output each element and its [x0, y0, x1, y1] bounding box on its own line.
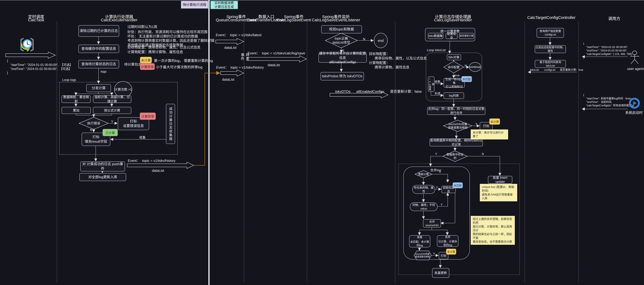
status-tag-unmatched-2: 未匹配	[452, 182, 463, 188]
branch-label-y-listener: Y	[342, 49, 344, 53]
decision-same-attr-diff-value-label: 同物、属性；不同value	[410, 203, 437, 210]
step-push-success-logs: 对 计算成功的日志 push事件	[80, 161, 125, 171]
param-recalc-flag: 是否重新计算	[459, 33, 474, 39]
step-batch-update: 批量更新	[432, 268, 449, 278]
note-config-types-listener: 目标物配置： 携带目标物、属性，以及公式信息 计算物配置： 携带计算物、属性信息	[369, 52, 427, 70]
event-history-datalist-label: dataList	[222, 78, 234, 82]
step-discard-calculated: 丢弃 已计算、计算异常的log	[437, 235, 458, 247]
node-tskv-object-label: tskv对象	[448, 55, 460, 59]
step-mark-error-line2: 设置错误信息	[123, 124, 144, 128]
status-tag-uncalc-2: 未计算	[446, 249, 456, 254]
push-event-datalist-label: dataList	[152, 169, 164, 173]
loop-logs-label: Loop logs	[62, 78, 76, 82]
step-mark-result-line1: 打标	[92, 135, 100, 139]
collect-arrow-label: 收集	[139, 135, 146, 139]
step-query-tskvlist-by-time-label: 基于指定时间查询 tskvList	[535, 61, 566, 67]
legend-flow2-line1: 实时数据消费	[214, 1, 234, 5]
step-fetch-enabled-configs-line1: 缓存中获取所有开启计算的配置信息	[319, 51, 366, 60]
step-mark-error-line1: 打标	[130, 119, 137, 124]
step-fetch-enabled-configs: 缓存中获取所有开启计算的配置信息 allEnabledConfigs	[318, 53, 367, 63]
push-event-topic-label: Event： topic = v1/tskv/history	[128, 158, 176, 163]
scheduler-clock-icon	[19, 38, 35, 52]
decision-new-things-attrs: 存在新的物、属性	[412, 185, 435, 194]
param-config-info: 配置信息	[446, 33, 458, 39]
branch-label-y-src: Y	[475, 122, 478, 126]
system-boot-request-json: { "startTime": 系统中最新log时间 - 5min, "endTi…	[583, 93, 634, 111]
step-fetch-enabled-configs-line2: allEnabledConfigs	[329, 60, 356, 64]
branch-label-y-samevalue: Y	[440, 203, 442, 206]
step-merge-logs: 合并log：同一配置、同一时刻的日志对象进行合并	[427, 107, 485, 115]
decision-topic-valid-line2: dataList非空	[332, 41, 350, 45]
step-merge-sourceinfo: 合并 sourceInfo	[423, 219, 441, 227]
decision-topic-valid: topic正确 dataList非空	[330, 37, 352, 45]
participant-calctask-en: CalcTask	[28, 18, 44, 22]
node-log-list: log列表	[444, 92, 464, 99]
decision-sourceinfo2-line2: 或者是聚合映射	[415, 255, 430, 258]
step-validate-topic: 校验topic和数据	[321, 25, 362, 33]
decision-same-attr-diff-value: 同物、属性；不同value	[410, 202, 438, 211]
step-generate-log-line2: 打上初始标记	[446, 85, 463, 88]
end-node-label: end	[374, 39, 388, 43]
decision-exists-in-db-label: 数据库中存在的	[446, 154, 464, 158]
lifeline	[307, 22, 307, 283]
decision-new-things-attrs-label: 存在新的物、属性	[412, 186, 435, 193]
step-data-mapping: 数据映射、聚合映射	[62, 95, 91, 103]
step-accumulate-label: 累加	[73, 108, 79, 112]
decision-exec-error-label: 执行错误	[86, 121, 102, 125]
step-mark-result-line2: 填充result字段	[85, 139, 107, 144]
step-query-user-configs-line2: configList	[545, 33, 556, 36]
step-indicator-calc-label: 指标计算、高级计算、分摊计算	[93, 95, 131, 103]
system-start-play-icon	[629, 98, 640, 109]
participant-calclogsavehandler-en: CalcLogSaveHandler	[434, 18, 472, 22]
note-uncalc-meaning: 未计算：表示可以进行计算了	[471, 129, 508, 139]
step-merge-logs-label: 合并log：同一配置、同一时刻的日志对象进行合并	[428, 107, 485, 115]
logs-arrow-label: logs	[101, 70, 106, 73]
step-discard-calculated-line2: 已计算、计算异常的log	[437, 240, 458, 247]
system-start-label: 系统启动时	[625, 110, 643, 115]
branch-label-n-hit: N	[465, 64, 467, 67]
continue-node-label: continue	[468, 65, 482, 69]
step-indicator-calc: 指标计算、高级计算、分摊计算	[93, 95, 131, 103]
uncalculated-desc: 第一次计算的log， 需要重新计算的log	[154, 58, 213, 63]
step-mark-uncalc-2-label: 打标	[441, 254, 446, 257]
event-save-datalist-label: dataList	[268, 63, 280, 67]
user-agent-actor-icon	[629, 51, 640, 66]
step-discard-calculated-line1: 丢弃	[445, 235, 450, 239]
step-update-all-logs: 对全部log更新入库	[79, 173, 126, 181]
status-tag-unmatched: 未匹配	[462, 76, 472, 82]
decision-sourceinfo-line1: sourceInfo完备	[448, 122, 467, 126]
step-dispatch-calc: 分发计算	[86, 84, 111, 92]
note-unique-key: unique key (配置id， 数据时间) 避免多JVM运行导致重复入库	[480, 184, 517, 201]
decision-sourceinfo-line2: 或者是聚合映射	[448, 126, 468, 129]
step-convert-protos-label: tskvProtos 转为 tskvDTOs	[322, 74, 362, 79]
lifeline	[524, 22, 525, 283]
step-query-cached-config-label: 查询缓存中的配置信息	[81, 47, 116, 51]
form-label-sh: 形成	[435, 91, 440, 95]
step-collect-unmatched: 收集 未匹配、未计算的log	[409, 235, 430, 247]
step-accumulate: 累加	[62, 107, 91, 114]
caller-request-json: { "startTime": "2024-01-01 00:00:00", "e…	[583, 42, 632, 59]
success-log-collector-label: 成功计算日志收集器	[168, 107, 172, 141]
calctask-params-json: { "startTime": "2024-01-01 00:00:00", 【可…	[7, 59, 73, 75]
step-query-pending-logs: 查询待计算状态的日志	[78, 60, 119, 68]
decision-hit-config-label: 命中配置	[446, 65, 462, 69]
collect-label-sh: 收集	[435, 79, 440, 83]
step-mark-uncalc-label: 打标	[483, 124, 489, 128]
user-agent-label: user agent	[627, 67, 644, 71]
step-filter-things-attrs-label: 过滤出这些配置中的物、属性	[535, 46, 566, 53]
controller-out-args-label: tskvList configList 是否重新计算：true	[530, 68, 578, 72]
log-collector-box-label: log收集器	[428, 77, 434, 92]
branch-label-y-recalc: Y	[439, 170, 441, 174]
participant-calcexecutehandler-en: CalcExecuteHandler	[101, 18, 137, 22]
decision-sourceinfo2-line1: sourceInfo完备	[416, 253, 430, 255]
decision-sourceinfo-complete-2: sourceInfo完备 或者是聚合映射	[414, 252, 431, 259]
status-tag-calc-error: 计算异常	[140, 63, 155, 70]
param-tskv-dataset-label: tskv数据集	[428, 34, 442, 38]
param-config-info-label: 配置信息	[446, 32, 457, 40]
branch-label-true: true	[454, 74, 460, 77]
legend-flow1-label: 物计算执行流程	[183, 3, 206, 7]
branch-label-y-newattr: Y	[436, 186, 438, 189]
participant-calctargetconfigcontroller: CalcTargetConfigController	[527, 15, 576, 20]
calc-count-circle-label: 计算次数 +1	[114, 86, 132, 93]
param-tskv-dataset: tskv数据集	[428, 33, 443, 39]
